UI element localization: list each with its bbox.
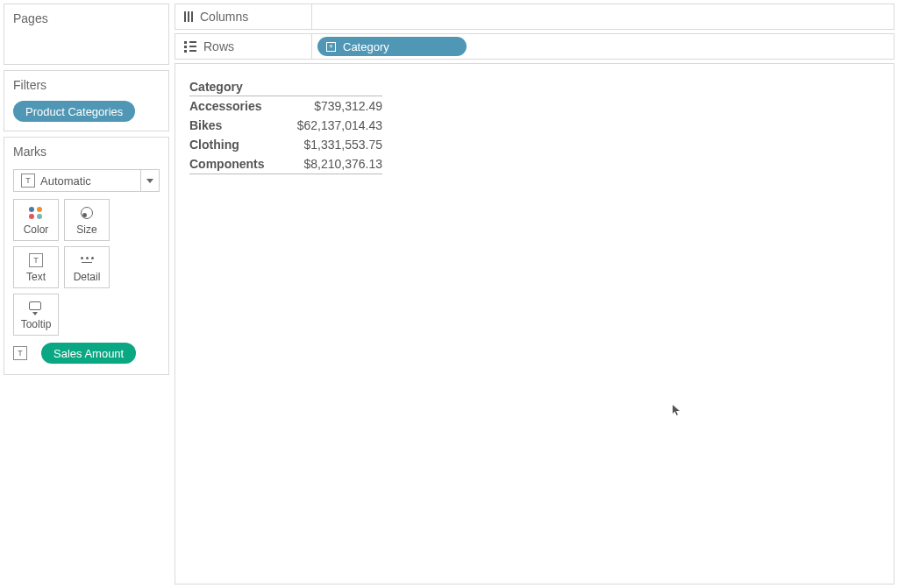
marks-label: Marks [4,138,168,164]
viz-table: Accessories $739,312.49 Bikes $62,137,01… [189,96,382,174]
marks-text-pill-label: Sales Amount [53,347,124,360]
columns-label: Columns [200,10,248,24]
row-category: Components [189,157,277,171]
marks-type-select[interactable]: T Automatic [13,169,160,192]
text-icon: T [28,252,44,268]
rows-icon [184,41,196,53]
columns-shelf[interactable]: Columns [175,4,894,30]
marks-card: Marks T Automatic [4,137,169,375]
table-row[interactable]: Bikes $62,137,014.43 [189,116,382,135]
expand-icon: + [326,42,336,52]
row-category: Accessories [189,99,277,113]
row-value: $739,312.49 [277,99,382,113]
table-row[interactable]: Components $8,210,376.13 [189,154,382,174]
chevron-down-icon [146,179,153,183]
marks-detail-label: Detail [74,271,101,283]
marks-text-label: Text [26,271,46,283]
text-icon: T [13,346,27,360]
marks-tooltip-label: Tooltip [21,318,52,330]
rows-pill-category[interactable]: + Category [317,37,467,56]
row-category: Bikes [189,118,277,132]
viz-header: Category [189,80,880,96]
marks-tooltip-button[interactable]: Tooltip [13,294,59,336]
row-value: $1,331,553.75 [277,138,382,152]
color-icon [28,205,44,221]
filters-label: Filters [4,71,168,101]
rows-dropzone[interactable]: + Category [312,37,894,56]
marks-text-button[interactable]: T Text [13,246,59,288]
columns-icon [184,11,193,22]
row-value: $62,137,014.43 [277,118,382,132]
marks-size-button[interactable]: Size [64,199,110,241]
rows-label: Rows [203,39,234,53]
marks-text-pill-sales-amount[interactable]: Sales Amount [41,343,136,364]
filters-shelf[interactable]: Filters Product Categories [4,70,169,131]
rows-pill-label: Category [343,40,389,53]
filter-pill-product-categories[interactable]: Product Categories [13,101,135,122]
marks-type-value: Automatic [40,174,91,188]
row-category: Clothing [189,138,277,152]
text-icon: T [21,174,35,188]
marks-detail-button[interactable]: Detail [64,246,110,288]
row-value: $8,210,376.13 [277,157,382,171]
marks-type-dropdown-button[interactable] [140,169,160,192]
marks-color-button[interactable]: Color [13,199,59,241]
rows-shelf[interactable]: Rows + Category [175,33,894,60]
table-row[interactable]: Clothing $1,331,553.75 [189,135,382,154]
pages-shelf[interactable]: Pages [4,4,169,65]
detail-icon [79,252,95,268]
visualization-canvas[interactable]: Category Accessories $739,312.49 Bikes $… [175,63,894,584]
filter-pill-label: Product Categories [25,105,123,118]
pages-label: Pages [4,4,168,31]
size-icon [79,205,95,221]
table-row[interactable]: Accessories $739,312.49 [189,96,382,116]
marks-color-label: Color [24,223,49,236]
marks-size-label: Size [76,223,96,236]
tooltip-icon [28,300,44,315]
cursor-icon [672,404,681,416]
